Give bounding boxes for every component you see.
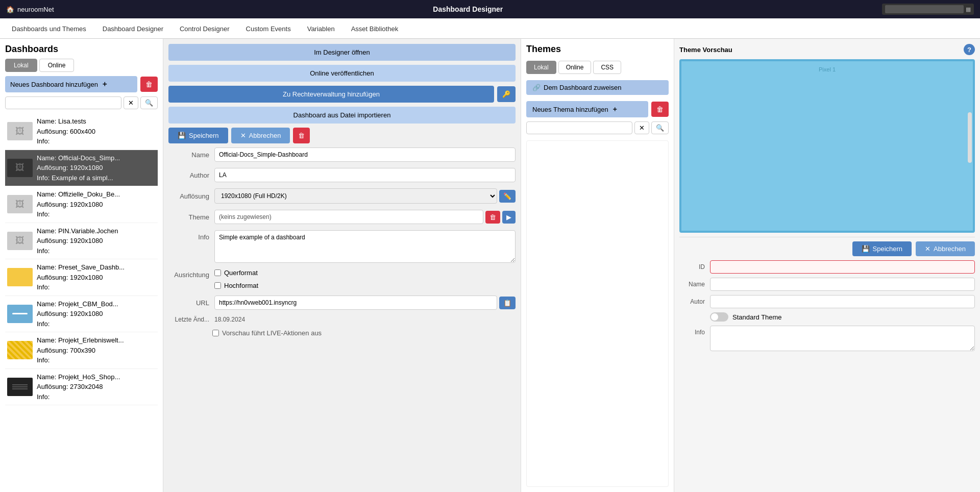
theme-apply-button[interactable]: ▶ (502, 211, 516, 224)
hochformat-checkbox[interactable] (214, 282, 221, 289)
page-title: Dashboard Designer (433, 5, 503, 13)
themes-tabs: Lokal Online CSS (526, 61, 669, 74)
querformat-checkbox[interactable] (214, 269, 221, 276)
theme-info-group: Info (679, 326, 975, 351)
dashboard-thumb (7, 341, 33, 359)
theme-id-input[interactable] (710, 260, 975, 274)
aufloesung-edit-button[interactable]: ✏️ (499, 190, 516, 203)
dashboard-search-input[interactable] (5, 96, 121, 109)
author-input[interactable] (214, 168, 516, 182)
theme-info-label: Info (679, 326, 705, 336)
add-dashboard-button[interactable]: Neues Dashboard hinzufügen ＋ (5, 76, 137, 92)
save-button[interactable]: 💾 Speichern (168, 128, 228, 143)
querformat-label: Querformat (224, 269, 258, 277)
vorschau-area: Pixel 1 (679, 59, 975, 233)
theme-autor-input[interactable] (710, 295, 975, 308)
dashboard-item[interactable]: 🖼 Name: PIN.Variable.Jochen Auflösung: 1… (5, 223, 158, 260)
save-icon: 💾 (862, 245, 870, 253)
name-input[interactable] (214, 147, 516, 162)
topbar: 🏠 neuroomNet Dashboard Designer ▦ (0, 0, 980, 18)
theme-name-input[interactable] (710, 278, 975, 291)
theme-value: (keins zugewiesen) (214, 210, 483, 224)
themes-search-row: ✕ 🔍 (526, 121, 669, 134)
dashboard-item[interactable]: 🖼 Name: Lisa.tests Auflösung: 600x400 In… (5, 113, 158, 150)
themes-panel: Themes Lokal Online CSS 🔗 Dem Dashboard … (521, 39, 674, 492)
dashboard-info: Name: Offizielle_Doku_Be... Auflösung: 1… (37, 189, 120, 219)
rechteverwaltung-button[interactable]: Zu Rechteverwaltung hinzufügen (168, 86, 494, 103)
neues-theme-button[interactable]: Neues Thema hinzufügen ＋ (526, 101, 648, 117)
tab-online[interactable]: Online (39, 59, 75, 72)
ausrichtung-group: Ausrichtung Querformat Hochformat (168, 269, 516, 289)
themes-tab-lokal[interactable]: Lokal (526, 61, 556, 74)
themes-search-clear[interactable]: ✕ (634, 121, 649, 134)
im-designer-oeffnen-button[interactable]: Im Designer öffnen (168, 44, 516, 61)
tab-custom-events[interactable]: Custom Events (238, 20, 299, 37)
tab-asset-bibliothek[interactable]: Asset Bibliothek (344, 20, 406, 37)
dashboard-info: Name: Projekt_Erlebniswelt... Auflösung:… (37, 335, 124, 365)
theme-name-label: Name (679, 281, 705, 288)
scrollbar (968, 112, 972, 163)
tab-dashboards-themes[interactable]: Dashboards und Themes (4, 20, 94, 37)
dashboard-item[interactable]: Name: Projekt_Erlebniswelt... Auflösung:… (5, 332, 158, 369)
dashboard-item[interactable]: Name: Projekt_HoS_Shop... Auflösung: 273… (5, 369, 158, 406)
themes-search-input[interactable] (526, 121, 632, 134)
aufloesung-group: Auflösung 1920x1080 (Full HD/2K) ✏️ (168, 188, 516, 204)
theme-form-buttons: 💾 Speichern ✕ Abbrechen (679, 241, 975, 256)
cancel-icon: ✕ (240, 132, 246, 139)
dashboard-info: Name: Projekt_CBM_Bod... Auflösung: 1920… (37, 299, 118, 329)
cancel-icon: ✕ (925, 245, 930, 253)
dashboard-item[interactable]: 🖼 Name: Official-Docs_Simp... Auflösung:… (5, 150, 158, 187)
themes-tab-online[interactable]: Online (558, 61, 592, 74)
theme-save-button[interactable]: 💾 Speichern (852, 241, 912, 256)
main-content: Dashboards Lokal Online Neues Dashboard … (0, 39, 980, 492)
editor-panel: Im Designer öffnen Online veröffentliche… (163, 39, 521, 492)
dashboard-item[interactable]: Name: Projekt_CBM_Bod... Auflösung: 1920… (5, 296, 158, 333)
dashboards-title: Dashboards (5, 44, 158, 55)
aufloesung-select[interactable]: 1920x1080 (Full HD/2K) (214, 188, 497, 204)
tab-control-designer[interactable]: Control Designer (172, 20, 237, 37)
plus-icon: ＋ (101, 80, 108, 89)
theme-form: 💾 Speichern ✕ Abbrechen ID Name Autor (679, 237, 975, 351)
vorschau-checkbox[interactable] (212, 330, 219, 336)
theme-standard-group: Standard Theme (679, 312, 975, 322)
dashboard-search-button[interactable]: 🔍 (140, 96, 158, 109)
info-group: Info Simple example of a dashboard (168, 230, 516, 263)
ausrichtung-checkboxes: Querformat Hochformat (214, 269, 258, 289)
theme-info-textarea[interactable] (710, 326, 975, 351)
dashboard-item[interactable]: Name: Preset_Save_Dashb... Auflösung: 19… (5, 259, 158, 296)
delete-dashboard-button[interactable]: 🗑 (140, 77, 158, 92)
delete-button[interactable]: 🗑 (293, 128, 310, 143)
plus-icon: ＋ (611, 105, 618, 114)
url-copy-button[interactable]: 📋 (499, 297, 516, 309)
dashboard-item[interactable]: 🖼 Name: Offizielle_Doku_Be... Auflösung:… (5, 186, 158, 223)
standard-theme-toggle[interactable] (710, 312, 728, 322)
topbar-icon: ▦ (966, 6, 971, 13)
key-button[interactable]: 🔑 (497, 86, 516, 102)
help-button[interactable]: ? (964, 44, 975, 55)
tab-lokal[interactable]: Lokal (5, 59, 37, 72)
theme-cancel-button[interactable]: ✕ Abbrechen (916, 241, 975, 256)
dashboard-info: Name: PIN.Variable.Jochen Auflösung: 192… (37, 226, 118, 256)
tab-dashboard-designer[interactable]: Dashboard Designer (95, 20, 171, 37)
theme-delete-button[interactable]: 🗑 (485, 211, 500, 224)
dashboards-panel: Dashboards Lokal Online Neues Dashboard … (0, 39, 163, 492)
ausrichtung-label: Ausrichtung (168, 269, 209, 279)
dashboard-importieren-button[interactable]: Dashboard aus Datei importieren (168, 107, 516, 124)
css-button[interactable]: CSS (593, 61, 621, 74)
pixel1-label: Pixel 1 (819, 66, 836, 72)
online-veroeffentlichen-button[interactable]: Online veröffentlichen (168, 65, 516, 82)
tab-variablen[interactable]: Variablen (300, 20, 342, 37)
themes-search-button[interactable]: 🔍 (651, 121, 669, 134)
themes-delete-button[interactable]: 🗑 (651, 102, 669, 117)
cancel-button[interactable]: ✕ Abbrechen (231, 128, 290, 143)
topbar-right-area: ▦ (882, 4, 974, 15)
info-textarea[interactable]: Simple example of a dashboard (214, 230, 516, 263)
dashboard-search-clear[interactable]: ✕ (124, 96, 138, 109)
url-row: 📋 (214, 296, 516, 310)
author-label: Author (168, 171, 209, 179)
dashboard-thumb: 🖼 (7, 232, 33, 250)
url-input[interactable] (214, 296, 497, 310)
save-cancel-row: 💾 Speichern ✕ Abbrechen 🗑 (168, 128, 516, 143)
url-group: URL 📋 (168, 296, 516, 310)
assign-button[interactable]: 🔗 Dem Dashboard zuweisen (526, 80, 669, 95)
